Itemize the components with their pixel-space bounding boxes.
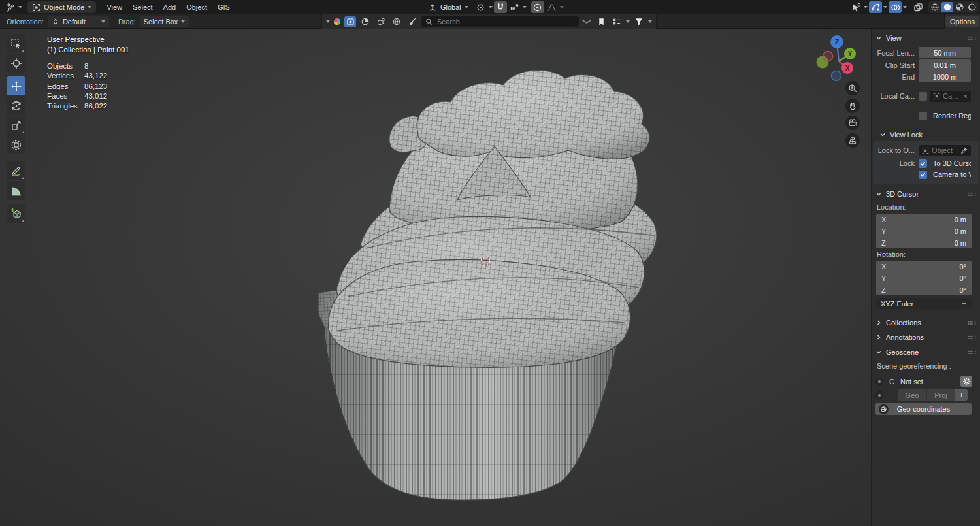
shading-material-button[interactable] [954,2,966,12]
geo-coordinates-button[interactable]: Geo-coordinates [875,403,972,415]
xray-toggle-button[interactable] [911,1,924,13]
clear-icon[interactable]: × [964,92,968,100]
snap-toggle-button[interactable] [494,1,507,13]
cursor-location-y-field[interactable]: Y0 m [876,225,972,237]
object-visibility-button[interactable] [849,1,862,13]
shading-wireframe-button[interactable] [929,2,941,12]
transform-orientation-selector[interactable]: Global [423,1,473,13]
panel-header-geoscene[interactable]: Geoscene [875,346,976,359]
geo-button[interactable]: Geo [898,389,926,401]
cursor-location-x-field[interactable]: X0 m [876,214,972,225]
menu-gis[interactable]: GIS [212,1,235,13]
wide-chevron-icon[interactable] [581,18,592,25]
tool-transform[interactable] [7,135,25,154]
overlays-chevron-icon[interactable] [903,6,907,8]
shading-solid-button[interactable] [941,2,953,12]
proportional-falloff-button[interactable] [546,1,559,13]
geo-radio[interactable] [875,391,883,399]
show-gizmo-button[interactable] [869,1,882,13]
filter-button[interactable] [632,16,645,27]
pan-button[interactable] [845,99,860,113]
display-mode-chevron-icon[interactable] [626,20,630,23]
rotation-mode-dropdown[interactable]: XYZ Euler [876,298,972,309]
pivot-point-button[interactable] [474,1,487,13]
orientation-dropdown[interactable]: Default [48,16,109,27]
lock-3d-cursor-checkbox[interactable] [919,159,927,168]
cursor-rotation-z-field[interactable]: Z0° [876,284,972,295]
crs-settings-button[interactable] [960,376,972,387]
mode-selector[interactable]: Object Mode [27,1,96,13]
menu-select[interactable]: Select [127,1,158,13]
collapse-chevron-icon[interactable] [326,20,330,23]
display-mode-button[interactable] [610,16,623,27]
cupcake-model[interactable] [0,29,871,526]
panel-header-view-lock[interactable]: View Lock [879,128,976,141]
panel-header-annotations[interactable]: Annotations [875,331,976,344]
search-input[interactable] [436,17,575,26]
drag-handle-icon[interactable] [968,335,976,339]
snap-target-button[interactable] [508,1,521,13]
local-camera-checkbox[interactable] [919,92,927,101]
tool-rotate[interactable] [7,96,25,115]
shading-rendered-button[interactable] [966,2,978,12]
snap-target-chevron-icon[interactable] [523,6,527,8]
visibility-chevron-icon[interactable] [864,6,868,8]
drag-handle-icon[interactable] [968,192,976,196]
globe-button[interactable] [390,16,403,27]
pie-display-button[interactable] [359,16,372,27]
zoom-button[interactable] [845,81,860,95]
pivot-chevron-icon[interactable] [489,6,493,8]
clip-start-field[interactable]: 0.01 m [919,59,971,71]
toggle-projection-button[interactable] [845,133,860,148]
menu-add[interactable]: Add [158,1,182,13]
drag-dropdown[interactable]: Select Box [140,16,189,27]
panel-header-collections[interactable]: Collections [875,316,976,329]
viewport-3d[interactable]: User Perspective (1) Collection | Point.… [0,29,871,526]
drag-handle-icon[interactable] [968,350,976,354]
proj-button[interactable]: Proj [926,389,955,401]
eyedropper-icon[interactable] [960,147,968,154]
show-overlays-button[interactable] [889,1,902,13]
camera-to-view-checkbox[interactable] [919,171,927,179]
mesh-ball-icon[interactable] [333,17,342,26]
tool-add-cube[interactable] [7,204,25,223]
proportional-edit-button[interactable] [531,1,544,13]
editor-type-chevron-icon[interactable] [18,6,22,8]
tool-annotate[interactable] [7,161,25,180]
focal-length-field[interactable]: 50 mm [919,47,971,58]
camera-view-button[interactable] [845,116,860,130]
render-region-checkbox[interactable] [919,112,927,120]
clip-end-field[interactable]: 1000 m [919,71,971,82]
tool-cursor[interactable] [7,54,25,73]
brush-clean-button[interactable] [406,16,419,27]
bookmark-button[interactable] [595,16,608,27]
options-button[interactable]: Options [945,16,979,27]
tool-select-box[interactable] [7,34,25,53]
cursor-rotation-y-field[interactable]: Y0° [876,272,972,284]
panel-header-view[interactable]: View [875,31,976,44]
tool-scale[interactable] [7,116,25,135]
focal-length-label: Focal Len... [874,49,919,57]
drag-handle-icon[interactable] [968,36,976,40]
cursor-location-z-field[interactable]: Z0 m [876,237,972,248]
tool-move[interactable] [7,76,25,95]
gizmo-chevron-icon[interactable] [883,6,887,8]
tool-measure[interactable] [7,181,25,200]
menu-object[interactable]: Object [181,1,212,13]
panel-header-3d-cursor[interactable]: 3D Cursor [875,188,976,201]
drag-handle-icon[interactable] [968,321,976,325]
menu-view[interactable]: View [101,1,127,13]
spheres-button[interactable] [374,16,387,27]
lock-to-object-field[interactable]: Object [919,145,971,156]
cursor-rotation-x-field[interactable]: X0° [876,261,972,272]
axis-neg-z-handle[interactable] [832,71,841,81]
add-crs-button[interactable]: + [955,389,968,401]
navigation-gizmo[interactable]: Z Y X [814,34,864,84]
editor-type-button[interactable] [4,1,17,13]
crs-radio[interactable] [875,378,883,386]
axis-neg-x-handle[interactable] [823,52,833,61]
filter-chevron-icon[interactable] [648,20,652,23]
falloff-chevron-icon[interactable] [560,6,564,8]
local-camera-field[interactable]: Ca... × [930,91,971,102]
box-select-mode-button[interactable] [344,16,356,27]
